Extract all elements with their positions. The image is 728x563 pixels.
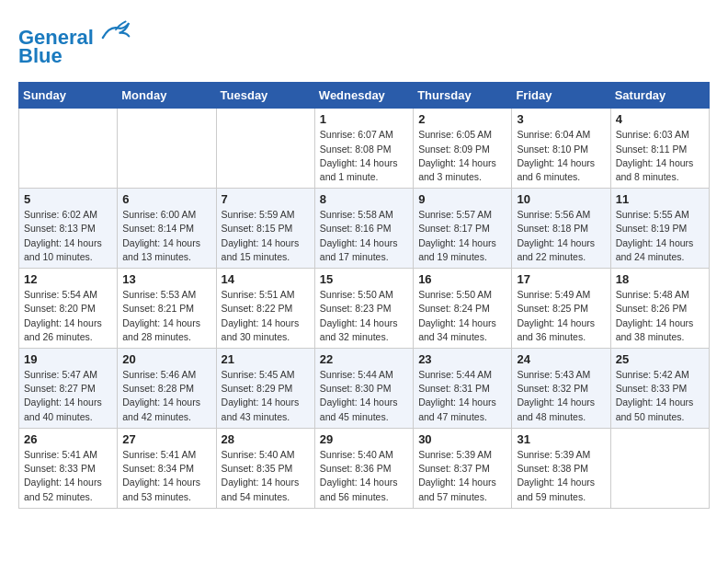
weekday-header-thursday: Thursday [414, 83, 512, 109]
calendar-table: SundayMondayTuesdayWednesdayThursdayFrid… [18, 82, 710, 508]
day-number: 19 [24, 352, 112, 366]
calendar-body: 1Sunrise: 6:07 AMSunset: 8:08 PMDaylight… [19, 109, 710, 508]
day-number: 31 [517, 432, 605, 446]
day-info: Sunrise: 5:54 AMSunset: 8:20 PMDaylight:… [24, 288, 112, 344]
calendar-cell: 2Sunrise: 6:05 AMSunset: 8:09 PMDaylight… [414, 109, 512, 189]
day-number: 14 [222, 272, 310, 286]
day-number: 13 [122, 272, 210, 286]
calendar-cell: 23Sunrise: 5:44 AMSunset: 8:31 PMDayligh… [414, 349, 512, 429]
calendar-cell: 26Sunrise: 5:41 AMSunset: 8:33 PMDayligh… [19, 428, 118, 508]
day-number: 28 [222, 432, 310, 446]
day-info: Sunrise: 5:48 AMSunset: 8:26 PMDaylight:… [616, 288, 704, 344]
day-number: 20 [122, 352, 210, 366]
calendar-cell [216, 109, 314, 189]
day-number: 29 [320, 432, 408, 446]
day-info: Sunrise: 5:58 AMSunset: 8:16 PMDaylight:… [320, 208, 408, 264]
day-number: 16 [418, 272, 506, 286]
calendar-cell: 12Sunrise: 5:54 AMSunset: 8:20 PMDayligh… [19, 269, 118, 349]
calendar-cell: 9Sunrise: 5:57 AMSunset: 8:17 PMDaylight… [414, 189, 512, 269]
weekday-header-friday: Friday [512, 83, 610, 109]
calendar-cell: 13Sunrise: 5:53 AMSunset: 8:21 PMDayligh… [118, 269, 216, 349]
weekday-header-tuesday: Tuesday [216, 83, 314, 109]
day-number: 5 [24, 192, 112, 206]
day-info: Sunrise: 5:50 AMSunset: 8:24 PMDaylight:… [418, 288, 506, 344]
day-info: Sunrise: 5:45 AMSunset: 8:29 PMDaylight:… [222, 368, 310, 424]
day-info: Sunrise: 5:40 AMSunset: 8:35 PMDaylight:… [222, 448, 310, 504]
calendar-cell: 5Sunrise: 6:02 AMSunset: 8:13 PMDaylight… [19, 189, 118, 269]
calendar-cell [19, 109, 118, 189]
day-info: Sunrise: 6:02 AMSunset: 8:13 PMDaylight:… [24, 208, 112, 264]
day-number: 21 [222, 352, 310, 366]
calendar-cell [610, 428, 709, 508]
day-info: Sunrise: 5:55 AMSunset: 8:19 PMDaylight:… [616, 208, 704, 264]
day-number: 27 [122, 432, 210, 446]
calendar-cell: 24Sunrise: 5:43 AMSunset: 8:32 PMDayligh… [512, 349, 610, 429]
calendar-cell: 29Sunrise: 5:40 AMSunset: 8:36 PMDayligh… [314, 428, 413, 508]
calendar-week-row: 1Sunrise: 6:07 AMSunset: 8:08 PMDaylight… [19, 109, 710, 189]
calendar-cell: 11Sunrise: 5:55 AMSunset: 8:19 PMDayligh… [610, 189, 709, 269]
day-info: Sunrise: 5:41 AMSunset: 8:34 PMDaylight:… [122, 448, 210, 504]
calendar-cell: 17Sunrise: 5:49 AMSunset: 8:25 PMDayligh… [512, 269, 610, 349]
logo-bird-icon [101, 18, 131, 44]
calendar-cell: 18Sunrise: 5:48 AMSunset: 8:26 PMDayligh… [610, 269, 709, 349]
day-number: 24 [517, 352, 605, 366]
calendar-header: SundayMondayTuesdayWednesdayThursdayFrid… [19, 83, 710, 109]
day-info: Sunrise: 5:40 AMSunset: 8:36 PMDaylight:… [320, 448, 408, 504]
weekday-header-saturday: Saturday [610, 83, 709, 109]
calendar-cell: 27Sunrise: 5:41 AMSunset: 8:34 PMDayligh… [118, 428, 216, 508]
calendar-week-row: 26Sunrise: 5:41 AMSunset: 8:33 PMDayligh… [19, 428, 710, 508]
calendar-cell: 21Sunrise: 5:45 AMSunset: 8:29 PMDayligh… [216, 349, 314, 429]
day-number: 10 [517, 192, 605, 206]
day-number: 1 [320, 112, 408, 126]
day-info: Sunrise: 5:50 AMSunset: 8:23 PMDaylight:… [320, 288, 408, 344]
day-number: 23 [418, 352, 506, 366]
day-number: 7 [222, 192, 310, 206]
calendar-cell [118, 109, 216, 189]
calendar-cell: 3Sunrise: 6:04 AMSunset: 8:10 PMDaylight… [512, 109, 610, 189]
calendar-cell: 28Sunrise: 5:40 AMSunset: 8:35 PMDayligh… [216, 428, 314, 508]
day-number: 8 [320, 192, 408, 206]
day-info: Sunrise: 5:51 AMSunset: 8:22 PMDaylight:… [222, 288, 310, 344]
day-info: Sunrise: 5:43 AMSunset: 8:32 PMDaylight:… [517, 368, 605, 424]
calendar-cell: 7Sunrise: 5:59 AMSunset: 8:15 PMDaylight… [216, 189, 314, 269]
day-info: Sunrise: 5:46 AMSunset: 8:28 PMDaylight:… [122, 368, 210, 424]
weekday-header-wednesday: Wednesday [314, 83, 413, 109]
day-info: Sunrise: 5:39 AMSunset: 8:37 PMDaylight:… [418, 448, 506, 504]
day-info: Sunrise: 5:49 AMSunset: 8:25 PMDaylight:… [517, 288, 605, 344]
calendar-cell: 1Sunrise: 6:07 AMSunset: 8:08 PMDaylight… [314, 109, 413, 189]
logo-blue-text: Blue [18, 45, 131, 67]
day-number: 26 [24, 432, 112, 446]
day-info: Sunrise: 6:05 AMSunset: 8:09 PMDaylight:… [418, 128, 506, 184]
calendar-cell: 8Sunrise: 5:58 AMSunset: 8:16 PMDaylight… [314, 189, 413, 269]
day-info: Sunrise: 5:53 AMSunset: 8:21 PMDaylight:… [122, 288, 210, 344]
calendar-week-row: 12Sunrise: 5:54 AMSunset: 8:20 PMDayligh… [19, 269, 710, 349]
weekday-header-monday: Monday [118, 83, 216, 109]
day-number: 18 [616, 272, 704, 286]
day-info: Sunrise: 6:07 AMSunset: 8:08 PMDaylight:… [320, 128, 408, 184]
day-info: Sunrise: 6:04 AMSunset: 8:10 PMDaylight:… [517, 128, 605, 184]
calendar-cell: 20Sunrise: 5:46 AMSunset: 8:28 PMDayligh… [118, 349, 216, 429]
calendar-cell: 31Sunrise: 5:39 AMSunset: 8:38 PMDayligh… [512, 428, 610, 508]
day-number: 22 [320, 352, 408, 366]
calendar-cell: 10Sunrise: 5:56 AMSunset: 8:18 PMDayligh… [512, 189, 610, 269]
calendar-week-row: 5Sunrise: 6:02 AMSunset: 8:13 PMDaylight… [19, 189, 710, 269]
day-info: Sunrise: 5:56 AMSunset: 8:18 PMDaylight:… [517, 208, 605, 264]
day-number: 9 [418, 192, 506, 206]
day-info: Sunrise: 6:00 AMSunset: 8:14 PMDaylight:… [122, 208, 210, 264]
day-info: Sunrise: 6:03 AMSunset: 8:11 PMDaylight:… [616, 128, 704, 184]
day-info: Sunrise: 5:41 AMSunset: 8:33 PMDaylight:… [24, 448, 112, 504]
calendar-cell: 16Sunrise: 5:50 AMSunset: 8:24 PMDayligh… [414, 269, 512, 349]
calendar-cell: 6Sunrise: 6:00 AMSunset: 8:14 PMDaylight… [118, 189, 216, 269]
day-number: 12 [24, 272, 112, 286]
day-info: Sunrise: 5:42 AMSunset: 8:33 PMDaylight:… [616, 368, 704, 424]
day-number: 2 [418, 112, 506, 126]
calendar-cell: 25Sunrise: 5:42 AMSunset: 8:33 PMDayligh… [610, 349, 709, 429]
weekday-header-sunday: Sunday [19, 83, 118, 109]
day-info: Sunrise: 5:47 AMSunset: 8:27 PMDaylight:… [24, 368, 112, 424]
day-number: 17 [517, 272, 605, 286]
day-number: 30 [418, 432, 506, 446]
calendar-cell: 15Sunrise: 5:50 AMSunset: 8:23 PMDayligh… [314, 269, 413, 349]
day-info: Sunrise: 5:44 AMSunset: 8:30 PMDaylight:… [320, 368, 408, 424]
day-number: 3 [517, 112, 605, 126]
day-number: 25 [616, 352, 704, 366]
